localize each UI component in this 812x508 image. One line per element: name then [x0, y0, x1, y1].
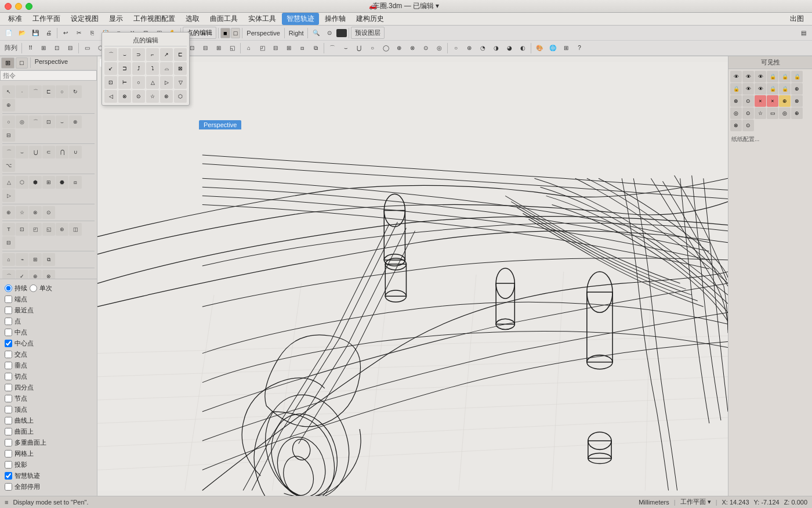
tb-misc5[interactable]: ⧈	[296, 42, 309, 54]
tb-wireframe[interactable]: □	[231, 28, 241, 38]
menu-meshtools[interactable]: 曲面工具	[205, 13, 242, 25]
pt-btn-6[interactable]: ⊏	[174, 48, 187, 61]
tb-print[interactable]: 🖨	[42, 27, 55, 39]
tb-help[interactable]: ?	[573, 42, 586, 54]
snap-once-label[interactable]: 单次	[39, 284, 52, 293]
tool-r4-7[interactable]: ▷	[2, 189, 15, 202]
snap-all-label[interactable]: 全部停用	[14, 482, 40, 491]
tool-lasso[interactable]: ⊏	[42, 85, 55, 98]
tool-r2-6[interactable]: ⊗	[69, 116, 82, 128]
snap-perp-cb[interactable]	[5, 362, 12, 369]
pt-btn-3[interactable]: ⊃	[132, 48, 145, 61]
tool-point[interactable]: ·	[16, 85, 28, 98]
snap-onpolysurface-label[interactable]: 多重曲面上	[14, 438, 46, 447]
tool-select[interactable]: ↖	[2, 85, 15, 98]
snap-oncurve-cb[interactable]	[5, 417, 12, 424]
tool-r6-7[interactable]: ⊟	[2, 236, 15, 249]
snap-near-label[interactable]: 最近点	[14, 306, 34, 315]
vis-icon-12[interactable]: ⊕	[791, 83, 803, 95]
close-button[interactable]	[5, 3, 12, 10]
pt-btn-24[interactable]: ⬡	[174, 90, 187, 103]
pt-btn-18[interactable]: ▽	[174, 76, 187, 89]
pt-btn-21[interactable]: ⊙	[132, 90, 145, 103]
tool-r4-4[interactable]: ⊞	[42, 176, 55, 189]
status-workplane[interactable]: 工作平面 ▾	[680, 498, 711, 506]
tool-r6-4[interactable]: ◱	[42, 223, 55, 236]
snap-endpoint-label[interactable]: 端点	[14, 295, 27, 304]
vis-icon-3[interactable]: 👁	[755, 71, 766, 82]
vis-icon-5[interactable]: 🔒	[779, 71, 791, 82]
tool-r2-2[interactable]: ◎	[16, 116, 28, 128]
menu-viewconfig[interactable]: 工作视图配置	[129, 13, 180, 25]
tool-r6-6[interactable]: ◫	[69, 223, 82, 236]
tool-r4-5[interactable]: ⬣	[56, 176, 68, 189]
tb-undo[interactable]: ↩	[59, 27, 72, 39]
tb-arr1[interactable]: ⠿	[24, 42, 37, 54]
vis-icon-11[interactable]: 🔒	[779, 83, 791, 95]
vis-icon-21[interactable]: ☆	[755, 107, 766, 119]
snap-all-cb[interactable]	[5, 483, 12, 491]
pt-btn-1[interactable]: ⌒	[104, 48, 117, 61]
snap-onmesh-label[interactable]: 网格上	[14, 449, 34, 458]
tb-rect6[interactable]: ◱	[226, 42, 238, 54]
tb-c2-4[interactable]: ◑	[490, 42, 502, 54]
vis-icon-20[interactable]: ⊙	[742, 107, 754, 119]
snap-endpoint-cb[interactable]	[5, 296, 12, 303]
tb-circle5[interactable]: ⊙	[419, 42, 432, 54]
tool-r7-4[interactable]: ⧉	[42, 253, 55, 266]
tool-r6-1[interactable]: T	[2, 223, 15, 236]
tb-color[interactable]: 🎨	[533, 42, 546, 54]
tool-r5-2[interactable]: ☆	[16, 206, 28, 219]
snap-smarttrack-label[interactable]: 智慧轨迹	[14, 471, 40, 480]
snap-smarttrack-cb[interactable]	[5, 472, 12, 480]
tool-r2-3[interactable]: ⌒	[29, 116, 42, 128]
tb-save[interactable]: 💾	[29, 27, 42, 39]
snap-onpolysurface-cb[interactable]	[5, 439, 12, 446]
snap-knot-cb[interactable]	[5, 395, 12, 402]
snap-point-label[interactable]: 点	[14, 317, 21, 326]
snap-tan-cb[interactable]	[5, 373, 12, 380]
pt-btn-4[interactable]: ⌐	[146, 48, 159, 61]
tool-r4-3[interactable]: ⬢	[29, 176, 42, 189]
vis-icon-14[interactable]: ⊙	[742, 95, 754, 107]
tool-r6-5[interactable]: ⊛	[56, 223, 68, 236]
pt-btn-11[interactable]: ⌓	[160, 62, 173, 75]
vis-icon-7[interactable]: 🔒	[730, 83, 742, 95]
tool-r3-3[interactable]: ⋃	[29, 146, 42, 158]
vis-icon-19[interactable]: ◎	[730, 107, 742, 119]
tb-misc1[interactable]: ⌂	[242, 42, 255, 54]
tb-rect4[interactable]: ⊟	[199, 42, 212, 54]
vis-icon-22[interactable]: ▭	[767, 107, 778, 119]
pt-btn-8[interactable]: ⊐	[118, 62, 131, 75]
tb-arr2[interactable]: ⊞	[37, 42, 50, 54]
tb-new[interactable]: 📄	[2, 27, 15, 39]
tool-r8-4[interactable]: ⊗	[42, 270, 55, 279]
snap-center-label[interactable]: 中心点	[14, 339, 34, 348]
list-view-btn[interactable]: □	[16, 57, 28, 69]
snap-center-cb[interactable]	[5, 340, 12, 347]
tool-r7-1[interactable]: ⌂	[2, 253, 15, 266]
tool-r2-4[interactable]: ⊡	[42, 116, 55, 128]
vis-icon-17[interactable]: ⊕	[779, 95, 791, 107]
grid-view-btn[interactable]: ⊞	[1, 57, 14, 69]
viewport-area[interactable]: Perspective Perspective	[97, 56, 728, 496]
tool-r3-5[interactable]: ⋂	[56, 146, 68, 158]
tool-zoom-in[interactable]: ⊕	[2, 99, 15, 111]
tb-circle3[interactable]: ⊕	[393, 42, 405, 54]
tb-c2-6[interactable]: ◐	[516, 42, 529, 54]
vis-icon-9[interactable]: 👁	[755, 83, 766, 95]
pt-btn-23[interactable]: ⊛	[160, 90, 173, 103]
menu-setview[interactable]: 设定视图	[66, 13, 103, 25]
tool-r8-2[interactable]: ✓	[16, 270, 28, 279]
tb-copy[interactable]: ⎘	[86, 27, 99, 39]
tb-misc2[interactable]: ◰	[256, 42, 269, 54]
tb-misc4[interactable]: ⊞	[282, 42, 295, 54]
tool-r4-6[interactable]: ⧈	[69, 176, 82, 189]
vis-icon-2[interactable]: 👁	[742, 71, 754, 82]
tb-arr3[interactable]: ⊡	[50, 42, 63, 54]
paper-config-label[interactable]: 纸纸配置...	[730, 134, 810, 145]
tool-r7-2[interactable]: ⌁	[16, 253, 28, 266]
snap-persist-label[interactable]: 持续	[14, 284, 27, 293]
vis-icon-23[interactable]: ◎	[779, 107, 791, 119]
snap-mid-cb[interactable]	[5, 329, 12, 336]
